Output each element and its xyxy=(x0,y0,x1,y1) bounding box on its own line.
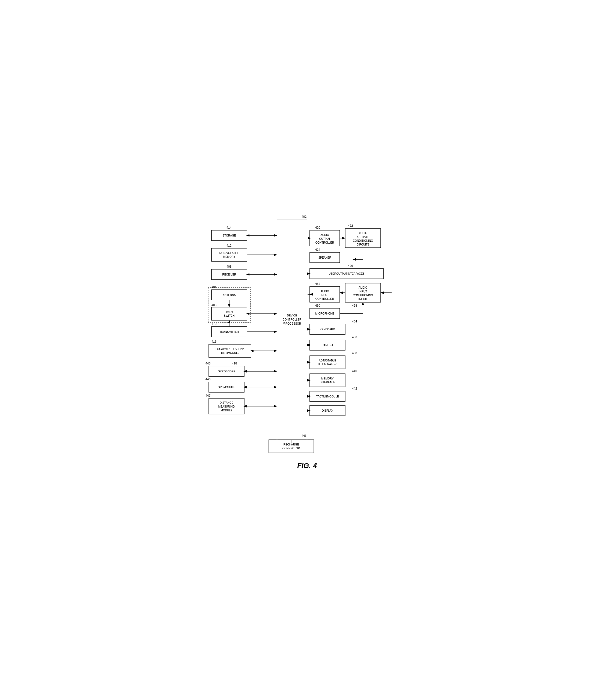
device-controller-label: DEVICE xyxy=(287,314,297,317)
distance-label1: DISTANCE xyxy=(220,401,233,404)
diagram-container: text { font-family: Arial, Helvetica, sa… xyxy=(184,206,430,494)
distance-label2: MEASURING xyxy=(218,405,235,408)
storage-label: STORAGE xyxy=(223,234,236,237)
user-output-label: USEROUTPUTINTERFACES xyxy=(329,272,365,275)
audio-in-ctrl-label1: AUDIO xyxy=(320,290,329,293)
ref-414: 414 xyxy=(226,226,231,229)
nvm-box xyxy=(211,248,247,261)
camera-label: CAMERA xyxy=(322,344,333,347)
ref-412: 412 xyxy=(226,244,231,247)
ref-432: 432 xyxy=(315,282,320,285)
ref-426: 426 xyxy=(348,264,353,267)
ref-434: 434 xyxy=(352,320,357,323)
txrx-switch-label2: SWITCH xyxy=(224,314,234,317)
audio-out-ctrl-label2: OUTPUT xyxy=(319,237,330,240)
gyroscope-label: GYROSCOPE xyxy=(218,370,235,373)
audio-out-ctrl-label3: CONTROLLER xyxy=(316,241,334,244)
receiver-label: RECEIVER xyxy=(222,273,236,276)
ref-410: 410 xyxy=(211,322,217,325)
ref-443: 443 xyxy=(302,434,306,437)
memory-interface-label1: MEMORY xyxy=(321,377,334,380)
ref-418: 418 xyxy=(232,362,237,365)
antenna-label: ANTENNA xyxy=(223,293,236,297)
txrx-switch-box xyxy=(211,307,247,320)
audio-in-ctrl-label2: INPUT xyxy=(321,293,329,297)
speaker-label: SPEAKER xyxy=(318,256,331,259)
circuit-diagram: text { font-family: Arial, Helvetica, sa… xyxy=(184,206,430,493)
memory-interface-label2: INTERFACE xyxy=(320,381,335,384)
ref-428: 428 xyxy=(352,304,357,307)
distance-label3: MODULE xyxy=(221,409,233,412)
local-wireless-box xyxy=(209,344,251,358)
device-controller-box xyxy=(277,220,307,443)
ref-447: 447 xyxy=(206,394,210,397)
ref-420: 420 xyxy=(315,226,320,229)
ref-440: 440 xyxy=(352,370,357,373)
illuminator-box xyxy=(310,356,345,369)
audio-in-cond-label1: AUDIO xyxy=(359,286,367,289)
memory-interface-box xyxy=(310,374,345,387)
recharge-label2: CONNECTOR xyxy=(282,447,300,450)
ref-406: 406 xyxy=(211,303,217,307)
ref-445: 445 xyxy=(206,362,210,365)
audio-out-cond-label4: CIRCUITS xyxy=(356,243,369,246)
display-label: DISPLAY xyxy=(322,409,333,412)
gps-label: GPSMODULE xyxy=(218,386,235,389)
nvm-label1: NON-VOLATILE xyxy=(219,251,239,254)
txrx-switch-label1: Tx/Rx xyxy=(226,310,233,313)
ref-442: 442 xyxy=(352,387,357,390)
ref-424: 424 xyxy=(315,248,320,251)
keyboard-label: KEYBOARD xyxy=(320,328,335,331)
tactile-label: TACTILEMODULE xyxy=(316,395,339,398)
audio-out-cond-label3: CONDITIONING xyxy=(353,239,373,242)
ref-422: 422 xyxy=(348,224,353,227)
ref-416: 416 xyxy=(211,340,217,343)
audio-out-cond-label2: OUTPUT xyxy=(357,235,368,238)
device-controller-label2: CONTROLLER xyxy=(283,318,301,321)
illuminator-label1: ADJUSTABLE xyxy=(319,359,336,362)
ref-430: 430 xyxy=(315,304,320,307)
local-wireless-label2: Tx/RxMODULE xyxy=(221,351,240,354)
audio-in-cond-label2: INPUT xyxy=(359,290,367,293)
device-controller-label3: /PROCESSOR xyxy=(283,322,301,325)
ref-404: 404 xyxy=(211,285,217,289)
ref-402: 402 xyxy=(302,215,306,218)
audio-out-cond-label1: AUDIO xyxy=(359,232,367,235)
audio-in-cond-label4: CIRCUITS xyxy=(356,298,369,301)
audio-out-ctrl-label1: AUDIO xyxy=(320,234,329,237)
ref-438: 438 xyxy=(352,351,357,355)
audio-in-ctrl-label3: CONTROLLER xyxy=(316,297,334,300)
fig-label: FIG. 4 xyxy=(297,462,317,470)
audio-in-cond-label3: CONDITIONING xyxy=(353,294,373,297)
transmitter-label: TRANSMITTER xyxy=(219,330,239,333)
ref-446: 446 xyxy=(206,377,210,381)
ref-436: 436 xyxy=(352,336,357,339)
microphone-label: MICROPHONE xyxy=(316,312,334,315)
ref-408: 408 xyxy=(226,265,231,268)
illuminator-label2: ILLUMINATOR xyxy=(318,363,336,366)
nvm-label2: MEMORY xyxy=(223,255,235,258)
local-wireless-label1: LOCALWIRELESSLINK xyxy=(216,348,245,351)
